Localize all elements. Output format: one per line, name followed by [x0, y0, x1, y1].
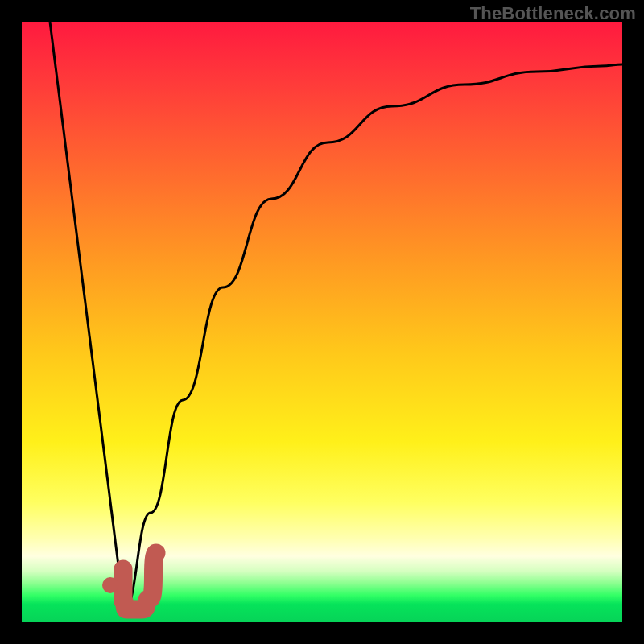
- optimum-marker-dot: [102, 577, 118, 593]
- curve-right-branch: [124, 64, 622, 610]
- chart-overlay: [22, 22, 622, 622]
- optimum-marker-hook: [123, 553, 156, 609]
- curve-left-branch: [50, 22, 124, 610]
